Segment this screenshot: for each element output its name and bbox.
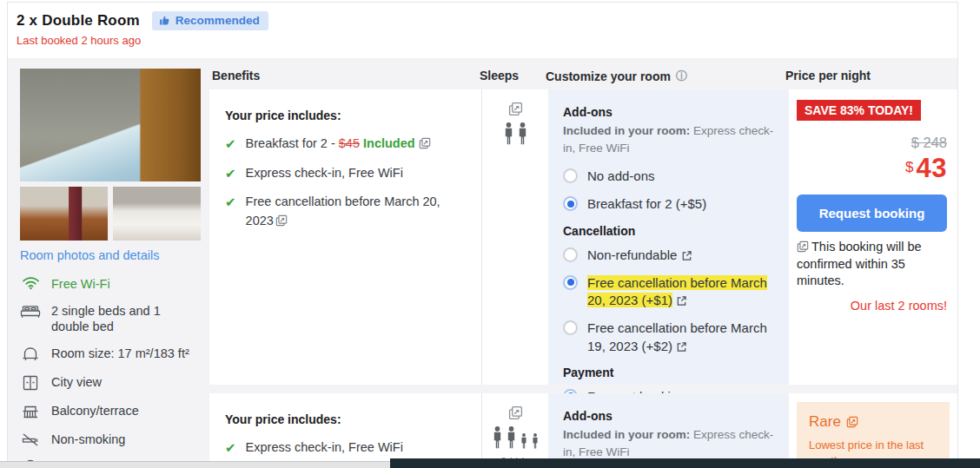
option-label[interactable]: Non-refundable <box>587 247 692 264</box>
adult-icon <box>517 122 528 145</box>
thumb-up-icon <box>159 15 170 26</box>
urgency-note: Our last 2 rooms! <box>797 299 947 313</box>
amenity-balcony: Balcony/terrace <box>20 403 201 420</box>
confirmation-note: This booking will be confirmed within 35… <box>797 239 947 290</box>
no-smoking-icon <box>20 432 41 447</box>
occupancy-icons <box>503 122 528 145</box>
check-icon: ✔ <box>225 135 236 155</box>
popup-icon[interactable] <box>508 405 523 420</box>
photo-column: Room photos and details Free Wi-Fi 2 sin… <box>20 69 201 468</box>
child-icon <box>531 433 540 449</box>
amenity-beds: 2 single beds and 1 double bed <box>20 303 201 334</box>
room-photo-large[interactable] <box>20 69 201 181</box>
cancel-option-march19[interactable]: Free cancellation before March 19, 2023 … <box>563 320 777 355</box>
current-price: $43 <box>797 153 947 184</box>
cancellation-title: Cancellation <box>563 224 777 238</box>
benefit-item: ✔ Express check-in, Free WiFi <box>225 438 469 458</box>
radio-icon[interactable] <box>563 247 578 262</box>
popup-icon[interactable] <box>419 137 431 149</box>
popup-icon[interactable] <box>846 416 858 428</box>
bottom-scroll-edge[interactable] <box>0 461 390 468</box>
option-label[interactable]: No add-ons <box>587 168 655 185</box>
benefit-item: ✔ Express check-in, Free WiFi <box>225 164 469 184</box>
column-header-customize: Customize your room ⓘ <box>546 69 687 84</box>
check-icon: ✔ <box>225 164 236 184</box>
amenity-room-size: Room size: 17 m²/183 ft² <box>20 346 201 363</box>
breakfast-included-label: Included <box>363 136 415 150</box>
benefit-text: Express check-in, Free WiFi <box>246 438 403 458</box>
column-header-price: Price per night <box>785 69 871 82</box>
radio-icon[interactable] <box>563 168 578 183</box>
column-header-benefits: Benefits <box>212 69 260 82</box>
option-label[interactable]: Free cancellation before March 20, 2023 … <box>587 274 777 310</box>
included-in-room-line: Included in your room: Express check-in,… <box>563 122 777 156</box>
amenity-label: 2 single beds and 1 double bed <box>51 303 201 334</box>
room-size-icon <box>20 346 41 363</box>
adult-icon <box>492 426 503 449</box>
confirmation-note-text: This booking will be confirmed within 35… <box>797 240 922 287</box>
radio-icon-selected[interactable] <box>563 196 578 211</box>
benefits-cell-row1: Your price includes: ✔ Breakfast for 2 -… <box>209 89 481 385</box>
sleeps-cell-row1 <box>481 89 548 385</box>
addon-option-no-addons[interactable]: No add-ons <box>563 168 777 185</box>
popup-icon[interactable] <box>508 102 523 116</box>
addons-title: Add-ons <box>563 409 777 423</box>
addon-option-breakfast[interactable]: Breakfast for 2 (+$5) <box>563 195 777 213</box>
amenity-non-smoking: Non-smoking <box>20 432 201 447</box>
popup-icon[interactable] <box>275 214 288 227</box>
balcony-icon <box>20 403 41 420</box>
price-amount: 43 <box>917 153 947 183</box>
popup-icon[interactable] <box>797 241 809 253</box>
breakfast-prefix: Breakfast for 2 - <box>246 136 335 150</box>
room-photos-link[interactable]: Room photos and details <box>20 248 201 262</box>
window-icon <box>20 374 41 392</box>
benefits-cell-row2: Your price includes: ✔ Express check-in,… <box>209 393 481 468</box>
amenities-list: Free Wi-Fi 2 single beds and 1 double be… <box>20 276 201 468</box>
payment-title: Payment <box>563 366 777 379</box>
external-link-icon[interactable] <box>676 341 687 353</box>
last-booked-note: Last booked 2 hours ago <box>17 34 949 47</box>
included-in-room-line: Included in your room: Express check-in,… <box>563 426 777 460</box>
option-label[interactable]: Breakfast for 2 (+$5) <box>587 195 706 213</box>
room-photo-small-1[interactable] <box>20 187 108 241</box>
currency-symbol: $ <box>905 159 913 175</box>
amenity-label: City view <box>51 374 102 390</box>
recommended-badge: Recommended <box>152 11 268 30</box>
check-icon: ✔ <box>225 193 236 231</box>
addons-title: Add-ons <box>563 105 777 119</box>
child-icon <box>520 433 528 449</box>
adult-icon <box>503 122 514 145</box>
wifi-icon <box>20 276 41 290</box>
price-includes-heading: Your price includes: <box>225 109 469 122</box>
option-label[interactable]: Free cancellation before March 19, 2023 … <box>587 320 777 355</box>
price-includes-heading: Your price includes: <box>225 412 469 426</box>
info-icon[interactable]: ⓘ <box>676 69 687 84</box>
customize-cell-row2: Add-ons Included in your room: Express c… <box>548 393 789 468</box>
request-booking-button[interactable]: Request booking <box>797 194 947 232</box>
benefit-breakfast: ✔ Breakfast for 2 - $45 Included <box>225 135 469 155</box>
breakfast-old-price: $45 <box>339 136 360 150</box>
customize-header-label: Customize your room <box>546 69 671 83</box>
radio-icon-selected[interactable] <box>563 275 578 290</box>
benefit-text: Express check-in, Free WiFi <box>246 164 403 184</box>
sleeps-cell-row2: 2 kids under 7 <box>481 393 548 468</box>
cancel-label[interactable]: Non-refundable <box>587 247 677 262</box>
external-link-icon[interactable] <box>681 250 692 261</box>
room-card-body: Benefits Sleeps Customize your room ⓘ Pr… <box>8 58 957 468</box>
room-card: 2 x Double Room Recommended Last booked … <box>7 2 958 468</box>
radio-icon[interactable] <box>563 320 578 335</box>
amenity-label: Room size: 17 m²/183 ft² <box>51 346 189 361</box>
room-title: 2 x Double Room <box>17 12 140 30</box>
room-header: 2 x Double Room Recommended Last booked … <box>8 3 957 47</box>
included-label: Included in your room: <box>563 124 690 137</box>
cancel-option-non-refundable[interactable]: Non-refundable <box>563 247 777 264</box>
room-photo-small-2[interactable] <box>113 187 201 241</box>
room-listing-section: 2 x Double Room Recommended Last booked … <box>0 0 980 468</box>
bed-icon <box>20 303 41 320</box>
cancel-option-march20[interactable]: Free cancellation before March 20, 2023 … <box>563 274 777 310</box>
save-badge: SAVE 83% TODAY! <box>797 100 921 121</box>
amenity-label: Balcony/terrace <box>51 403 139 419</box>
external-link-icon[interactable] <box>676 295 687 307</box>
recommended-badge-label: Recommended <box>175 14 260 27</box>
price-cell-row2: Rare Lowest price in the last month <box>789 393 957 468</box>
